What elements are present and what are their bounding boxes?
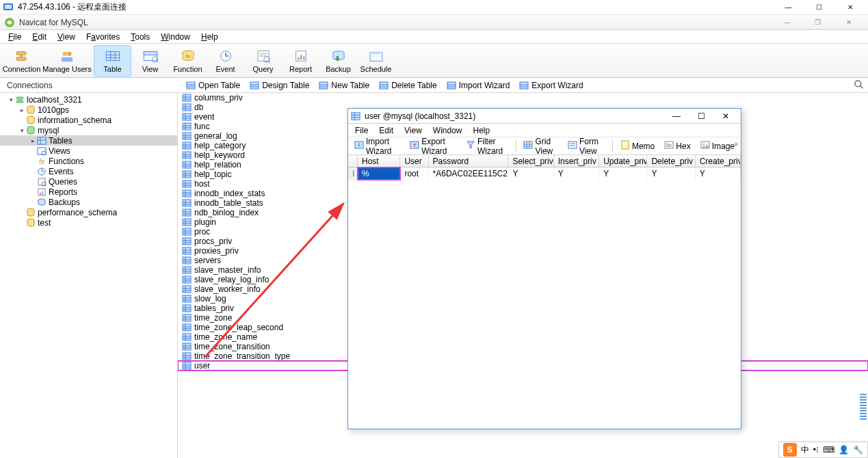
minimize-button[interactable]: — <box>772 15 802 30</box>
svg-rect-34 <box>370 52 382 54</box>
menu-file[interactable]: File <box>3 30 27 44</box>
expand-icon[interactable]: ▾ <box>7 96 15 103</box>
toolbar-manage-users[interactable]: Manage Users <box>40 45 94 77</box>
dw-toolbar-form-view[interactable]: Form View <box>564 135 608 157</box>
toolbar-function[interactable]: fxFunction <box>169 45 207 77</box>
toolbar-view[interactable]: View <box>131 45 169 77</box>
cell-delete_priv[interactable]: Y <box>647 167 695 180</box>
db-mysql[interactable]: ▾mysql <box>0 125 177 135</box>
cell-select_priv[interactable]: Y <box>508 167 553 180</box>
col-header-create_priv[interactable]: Create_priv <box>696 155 741 167</box>
subtoolbar-open-table[interactable]: Open Table <box>183 80 243 91</box>
expand-icon[interactable]: ▾ <box>18 127 26 134</box>
dbitem-events[interactable]: Events <box>0 166 177 176</box>
toolbar-event[interactable]: Event <box>207 45 244 77</box>
maximize-button[interactable]: ☐ <box>689 109 713 123</box>
col-header-select_priv[interactable]: Select_priv <box>508 155 553 167</box>
svg-rect-9 <box>106 51 120 60</box>
col-header-delete_priv[interactable]: Delete_priv <box>647 155 695 167</box>
toolbar-connection[interactable]: Connection <box>3 45 40 77</box>
svg-rect-96 <box>183 133 191 139</box>
col-header-insert_priv[interactable]: Insert_priv <box>554 155 599 167</box>
db-1010gps[interactable]: ▸1010gps <box>0 105 177 115</box>
db-information_schema[interactable]: information_schema <box>0 115 177 125</box>
col-header-password[interactable]: Password <box>429 155 509 167</box>
col-header-update_priv[interactable]: Update_priv <box>599 155 647 167</box>
db-test[interactable]: test <box>0 217 177 228</box>
toolbar-query[interactable]: Query <box>244 45 282 77</box>
toolbar-schedule[interactable]: Schedule <box>357 45 395 77</box>
subtoolbar-delete-table[interactable]: Delete Table <box>376 80 440 91</box>
dw-toolbar-export-wizard[interactable]: Export Wizard <box>406 135 460 157</box>
side-handle[interactable] <box>860 394 867 421</box>
toolbar-table[interactable]: Table <box>94 45 131 77</box>
close-button[interactable]: ✕ <box>713 109 738 123</box>
cell-user[interactable]: root <box>400 167 428 180</box>
cell-password[interactable]: *A6DAC02EE115C21CCA2E0 <box>429 167 509 180</box>
dbitem-backups[interactable]: Backups <box>0 197 177 207</box>
table-icon <box>186 81 196 90</box>
dbitem-queries[interactable]: Queries <box>0 176 177 187</box>
cell-insert_priv[interactable]: Y <box>554 167 599 180</box>
table-icon <box>182 304 192 312</box>
menu-favorites[interactable]: Favorites <box>81 30 125 44</box>
subtoolbar-export-wizard[interactable]: Export Wizard <box>516 80 586 91</box>
data-grid[interactable]: HostUserPasswordSelect_privInsert_privUp… <box>348 155 741 429</box>
svg-point-214 <box>702 144 705 146</box>
table-label: general_log <box>194 131 237 141</box>
cell-create_priv[interactable]: Y <box>696 167 741 180</box>
ime-toolbar[interactable]: S 中 •⁝ ⌨ 👤 🔧 <box>778 442 868 458</box>
minimize-button[interactable]: — <box>664 109 689 123</box>
db-performance_schema[interactable]: performance_schema <box>0 207 177 217</box>
subtoolbar-new-table[interactable]: New Table <box>316 80 372 91</box>
cell-host[interactable]: % <box>358 167 400 180</box>
subtoolbar-design-table[interactable]: Design Table <box>247 80 312 91</box>
close-button[interactable]: ✕ <box>834 0 865 15</box>
db-icon <box>26 218 36 228</box>
grid-data-row[interactable]: I%root*A6DAC02EE115C21CCA2E0YYYYY <box>348 167 741 180</box>
menu-edit[interactable]: Edit <box>27 30 52 44</box>
toolbar-backup[interactable]: Backup <box>319 45 357 77</box>
dbitem-tables[interactable]: ▸Tables <box>0 135 177 146</box>
close-button[interactable]: ✕ <box>833 15 864 30</box>
restore-button[interactable]: ❐ <box>802 15 833 30</box>
dbitem-views[interactable]: Views <box>0 146 177 156</box>
table-item-columns_priv[interactable]: columns_priv <box>178 93 868 103</box>
dw-toolbar-memo[interactable]: Memo <box>617 139 658 153</box>
ime-settings-icon: 🔧 <box>853 445 863 455</box>
toolbar-overflow-icon[interactable]: » <box>734 140 738 148</box>
svg-rect-75 <box>40 193 41 195</box>
cell-update_priv[interactable]: Y <box>599 167 647 180</box>
col-header-host[interactable]: Host <box>358 155 400 167</box>
svg-rect-41 <box>250 82 259 89</box>
col-header-user[interactable]: User <box>400 155 428 167</box>
menu-tools[interactable]: Tools <box>125 30 155 44</box>
menu-window[interactable]: Window <box>155 30 196 44</box>
maximize-button[interactable]: ☐ <box>804 0 834 15</box>
svg-rect-100 <box>183 142 191 149</box>
svg-rect-47 <box>380 82 388 89</box>
grid-view-icon <box>523 140 533 152</box>
dbitem-reports[interactable]: Reports <box>0 187 177 197</box>
dw-toolbar-image[interactable]: Image <box>697 139 738 153</box>
expand-icon[interactable]: ▸ <box>29 137 37 144</box>
svg-rect-207 <box>568 142 577 148</box>
dw-toolbar-filter-wizard[interactable]: Filter Wizard <box>462 135 512 157</box>
data-window-titlebar[interactable]: user @mysql (localhost_3321) — ☐ ✕ <box>348 109 741 124</box>
svg-rect-31 <box>303 56 304 60</box>
table-label: ndb_binlog_index <box>194 208 259 217</box>
dw-toolbar-import-wizard[interactable]: Import Wizard <box>351 135 404 157</box>
dw-toolbar-hex[interactable]: 0xHex <box>661 139 694 153</box>
toolbar-report[interactable]: Report <box>282 45 319 77</box>
conn-localhost_3321[interactable]: ▾localhost_3321 <box>0 94 177 105</box>
subtoolbar-import-wizard[interactable]: Import Wizard <box>444 80 513 91</box>
search-icon[interactable] <box>854 80 864 90</box>
tree-label: Queries <box>49 177 77 187</box>
table-label: slave_relay_log_info <box>194 275 269 284</box>
dw-toolbar-grid-view[interactable]: Grid View <box>520 135 561 157</box>
minimize-button[interactable]: — <box>773 0 804 15</box>
menu-view[interactable]: View <box>52 30 81 44</box>
expand-icon[interactable]: ▸ <box>18 107 26 113</box>
dbitem-functions[interactable]: fxFunctions <box>0 156 177 166</box>
menu-help[interactable]: Help <box>196 30 224 44</box>
